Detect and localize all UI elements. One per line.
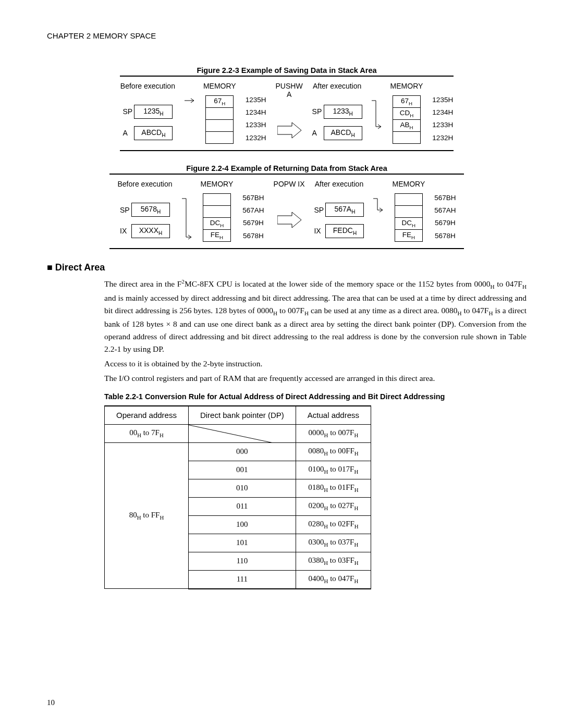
figure-2-2-3-caption: Figure 2.2-3 Example of Saving Data in S…	[47, 66, 527, 75]
mem-cell	[206, 108, 234, 120]
mem-cell: DC	[210, 219, 221, 227]
table-cell: 001	[188, 461, 296, 479]
mem-cell	[203, 194, 230, 206]
mem-cell	[206, 120, 234, 132]
mem-addr: 1235	[432, 93, 448, 106]
memory-label: MEMORY	[203, 82, 236, 91]
mem-cell	[395, 206, 422, 218]
mem-addr: 1234	[246, 106, 261, 118]
suffix: H	[353, 230, 357, 236]
reg-sp-before: SP 1235H	[123, 105, 173, 119]
section-heading-direct-area: ■ Direct Area	[47, 262, 527, 273]
mem-addr: 5679	[243, 217, 259, 229]
chapter-heading: CHAPTER 2 MEMORY SPACE	[47, 31, 527, 40]
connector-line	[185, 96, 194, 128]
table-cell: 0200H to 027FH	[296, 497, 371, 515]
reg-val: ABCD	[141, 128, 162, 137]
reg-val: ABCD	[331, 128, 351, 137]
mem-cell: AB	[400, 121, 409, 129]
mem-addr: 1233	[432, 119, 448, 131]
table-cell: 0000H to 007FH	[296, 424, 371, 442]
body-p2: Access to it is obtained by the 2-byte i…	[104, 357, 527, 370]
connector-line	[372, 96, 381, 138]
operation-label: POPW IX	[274, 180, 305, 188]
mem-addr: 567A	[434, 204, 451, 216]
reg-sp-after: SP 1233H	[312, 105, 362, 119]
after-exec-label: After execution	[313, 82, 361, 91]
body: can be used at any time as a direct area…	[309, 306, 457, 315]
svg-marker-1	[277, 122, 301, 138]
table-cell: 0400H to 047FH	[296, 570, 371, 589]
mem-addr: 5679	[435, 217, 450, 229]
mem-addr: 1232	[432, 131, 448, 144]
reg-ix-before: IX XXXXH	[120, 224, 170, 238]
mem-cell	[393, 132, 420, 144]
suffix: H	[349, 111, 353, 117]
table-cell: 0100H to 017FH	[296, 461, 371, 479]
mem-addr: 5678	[243, 229, 259, 242]
mem-cell: 67	[214, 97, 222, 105]
reg-name: SP	[120, 206, 131, 214]
suffix: H	[162, 132, 165, 138]
memory-label: MEMORY	[390, 82, 423, 91]
reg-name: IX	[314, 227, 325, 235]
reg-val: 1235	[143, 107, 160, 115]
reg-val: 567A	[334, 205, 351, 213]
operation-label: PUSHW A	[275, 82, 302, 98]
figure-2-2-3-body: Before execution SP 1235H A ABCDH MEMORY…	[120, 76, 454, 151]
mem-addr: 1234	[432, 106, 448, 118]
suffix: H	[158, 230, 162, 236]
reg-sp-before: SP 5678H	[120, 203, 170, 217]
figure-2-2-4-caption: Figure 2.2-4 Example of Returning Data f…	[47, 164, 527, 172]
table-cell: 00H to 7FH	[105, 424, 189, 442]
reg-name: SP	[123, 107, 134, 116]
before-exec-label: Before execution	[117, 180, 172, 189]
svg-marker-2	[277, 212, 301, 228]
reg-ix-after: IX FEDCH	[314, 224, 364, 238]
mem-cell	[203, 206, 230, 218]
memory-table-before: 67H	[205, 95, 234, 144]
table-cell: 101	[188, 534, 296, 552]
mem-addr: 1235	[246, 93, 261, 106]
table-cell: 0300H to 037FH	[296, 534, 371, 552]
table-header: Direct bank pointer (DP)	[188, 406, 296, 425]
body: to 047F	[495, 280, 522, 289]
before-exec-label: Before execution	[120, 82, 175, 91]
figure-2-2-4-body: Before execution SP 5678H IX XXXXH MEMOR…	[109, 174, 464, 249]
table-cell: 000	[188, 442, 296, 461]
mem-cell: FE	[402, 231, 411, 239]
reg-a-after: A ABCDH	[312, 126, 362, 140]
table-cell: 110	[188, 552, 296, 570]
table-cell: 111	[188, 570, 296, 589]
body: to 047F	[462, 306, 489, 315]
mem-cell: CD	[400, 109, 410, 117]
connector-line	[182, 194, 191, 241]
table-cell-diagonal	[188, 424, 296, 442]
mem-cell: DC	[402, 219, 412, 227]
reg-val: 5678	[141, 205, 157, 213]
reg-val: XXXX	[139, 226, 158, 235]
body: The direct area in the F	[104, 280, 181, 289]
table-2-2-1-caption: Table 2.2-1 Conversion Rule for Actual A…	[104, 392, 527, 402]
after-exec-label: After execution	[315, 180, 363, 189]
connector-line	[373, 194, 383, 220]
table-cell: 011	[188, 497, 296, 515]
mem-addr: 567A	[242, 204, 259, 216]
body-text: The direct area in the F2MC-8FX CPU is l…	[104, 277, 527, 385]
mem-addr: 567B	[434, 191, 451, 204]
body: MC-8FX CPU is located at the lower side …	[185, 280, 491, 289]
memory-table-after: DCH FEH	[395, 193, 423, 242]
suffix: H	[351, 209, 355, 215]
reg-val: 1233	[333, 107, 349, 115]
mem-addr: 1232	[246, 131, 261, 144]
body: to 007F	[277, 306, 304, 315]
reg-name: A	[123, 129, 134, 137]
body-p3: The I/O control registers and part of RA…	[104, 372, 527, 385]
reg-name: IX	[120, 227, 131, 235]
table-cell: 80H to FFH	[105, 442, 189, 589]
table-cell: 0280H to 02FFH	[296, 515, 371, 534]
reg-name: SP	[312, 107, 324, 116]
big-arrow-icon	[277, 121, 301, 139]
big-arrow-icon	[277, 211, 301, 229]
table-cell: 0080H to 00FFH	[296, 442, 371, 461]
